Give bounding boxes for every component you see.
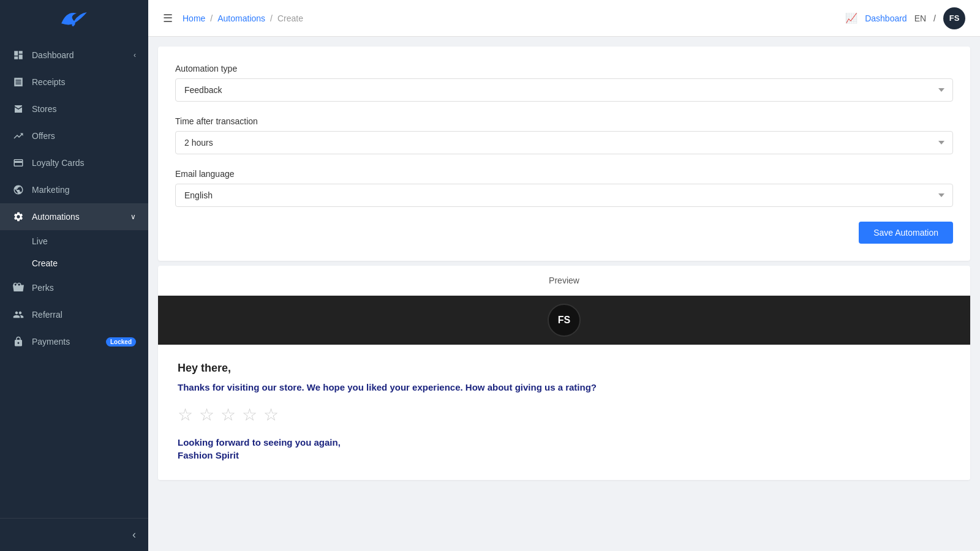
star-2: ☆ (199, 405, 214, 425)
time-after-transaction-select[interactable]: 1 hour 2 hours 4 hours 8 hours 24 hours (175, 131, 953, 154)
topbar-right: 📈 Dashboard EN / FS (845, 7, 965, 29)
preview-label: Preview (549, 276, 579, 285)
sidebar-subitem-create-label: Create (32, 258, 58, 268)
automations-icon (12, 211, 24, 223)
topbar-sep: / (933, 13, 936, 23)
sidebar-nav: Dashboard ‹ Receipts Stores Offers (0, 37, 148, 518)
user-initials: FS (949, 13, 960, 23)
time-after-transaction-label: Time after transaction (175, 116, 953, 126)
trend-icon: 📈 (845, 12, 858, 24)
sidebar-item-dashboard-label: Dashboard (32, 50, 126, 60)
sidebar-item-marketing-label: Marketing (32, 185, 136, 195)
sidebar-item-stores-label: Stores (32, 104, 136, 114)
sidebar-subitem-create[interactable]: Create (0, 252, 148, 274)
breadcrumb-automations[interactable]: Automations (217, 13, 265, 23)
sidebar-collapse-button[interactable]: ‹ (0, 518, 148, 551)
email-closing: Looking forward to seeing you again, (178, 437, 951, 448)
email-logo-text: FS (558, 315, 570, 326)
hamburger-icon: ☰ (163, 12, 173, 25)
sidebar-item-automations[interactable]: Automations ∨ (0, 203, 148, 230)
main-area: ☰ Home / Automations / Create 📈 Dashboar… (148, 0, 980, 551)
logo (0, 0, 148, 37)
automation-type-group: Automation type Feedback Welcome Receipt (175, 64, 953, 102)
sidebar-item-referral[interactable]: Referral (0, 301, 148, 328)
language-select-wrapper: English French Spanish German (175, 184, 953, 207)
email-footer: Looking forward to seeing you again, Fas… (178, 437, 951, 460)
star-5: ☆ (263, 405, 279, 425)
receipts-icon (12, 76, 24, 88)
sidebar-item-payments-label: Payments (32, 337, 99, 347)
sidebar-item-loyalty-cards[interactable]: Loyalty Cards (0, 149, 148, 176)
avatar[interactable]: FS (943, 7, 965, 29)
stores-icon (12, 103, 24, 115)
email-language-select[interactable]: English French Spanish German (175, 184, 953, 207)
sidebar-item-perks-label: Perks (32, 283, 136, 293)
sidebar-item-referral-label: Referral (32, 310, 136, 320)
brand-logo-icon (59, 8, 89, 29)
time-after-transaction-group: Time after transaction 1 hour 2 hours 4 … (175, 116, 953, 154)
form-actions: Save Automation (175, 222, 953, 244)
breadcrumb-sep-2: / (270, 13, 273, 23)
breadcrumb-create: Create (277, 13, 303, 23)
sidebar-item-payments[interactable]: Payments Locked (0, 328, 148, 355)
sidebar-item-receipts-label: Receipts (32, 77, 136, 87)
dashboard-icon (12, 49, 24, 61)
star-1: ☆ (178, 405, 193, 425)
star-rating: ☆ ☆ ☆ ☆ ☆ (178, 405, 951, 425)
offers-icon (12, 130, 24, 142)
topbar-lang: EN (914, 13, 926, 23)
sidebar-item-loyalty-label: Loyalty Cards (32, 158, 136, 168)
automation-type-select-wrapper: Feedback Welcome Receipt (175, 78, 953, 102)
topbar-dashboard-link[interactable]: Dashboard (865, 13, 907, 23)
page-content: Automation type Feedback Welcome Receipt… (148, 37, 980, 551)
email-greeting: Hey there, (178, 362, 951, 375)
automations-arrow-icon: ∨ (130, 212, 136, 221)
dashboard-arrow-icon: ‹ (134, 51, 136, 59)
referral-icon (12, 309, 24, 321)
star-3: ☆ (221, 405, 236, 425)
time-select-wrapper: 1 hour 2 hours 4 hours 8 hours 24 hours (175, 131, 953, 154)
sidebar: Dashboard ‹ Receipts Stores Offers (0, 0, 148, 551)
sidebar-item-dashboard[interactable]: Dashboard ‹ (0, 42, 148, 69)
sidebar-item-automations-label: Automations (32, 212, 123, 222)
payments-icon (12, 335, 24, 348)
save-automation-button[interactable]: Save Automation (859, 222, 953, 244)
sidebar-item-offers-label: Offers (32, 131, 136, 141)
sidebar-item-stores[interactable]: Stores (0, 96, 148, 122)
preview-header: Preview (158, 266, 970, 296)
breadcrumb-sep-1: / (210, 13, 213, 23)
marketing-icon (12, 184, 24, 196)
preview-card: Preview FS Hey there, Thanks for visitin… (158, 266, 970, 480)
automation-form-card: Automation type Feedback Welcome Receipt… (158, 47, 970, 261)
email-preview-logo: FS (548, 304, 581, 337)
hamburger-menu-button[interactable]: ☰ (163, 12, 173, 25)
sidebar-subitem-live[interactable]: Live (0, 230, 148, 252)
perks-icon (12, 282, 24, 294)
email-brand-name: Fashion Spirit (178, 450, 951, 460)
sidebar-item-perks[interactable]: Perks (0, 274, 148, 301)
sidebar-item-marketing[interactable]: Marketing (0, 176, 148, 203)
automation-type-label: Automation type (175, 64, 953, 73)
topbar: ☰ Home / Automations / Create 📈 Dashboar… (148, 0, 980, 37)
email-preview-header-bar: FS (158, 296, 970, 345)
email-message: Thanks for visiting our store. We hope y… (178, 382, 951, 392)
star-4: ☆ (242, 405, 257, 425)
email-preview-body: Hey there, Thanks for visiting our store… (158, 345, 970, 480)
automation-type-select[interactable]: Feedback Welcome Receipt (175, 78, 953, 102)
email-language-group: Email language English French Spanish Ge… (175, 169, 953, 207)
breadcrumb: Home / Automations / Create (183, 13, 835, 23)
loyalty-icon (12, 157, 24, 169)
email-language-label: Email language (175, 169, 953, 179)
sidebar-item-offers[interactable]: Offers (0, 122, 148, 149)
breadcrumb-home[interactable]: Home (183, 13, 205, 23)
payments-locked-badge: Locked (106, 337, 136, 347)
chevron-left-icon: ‹ (132, 528, 136, 541)
sidebar-item-receipts[interactable]: Receipts (0, 69, 148, 96)
sidebar-subitem-live-label: Live (32, 236, 48, 246)
